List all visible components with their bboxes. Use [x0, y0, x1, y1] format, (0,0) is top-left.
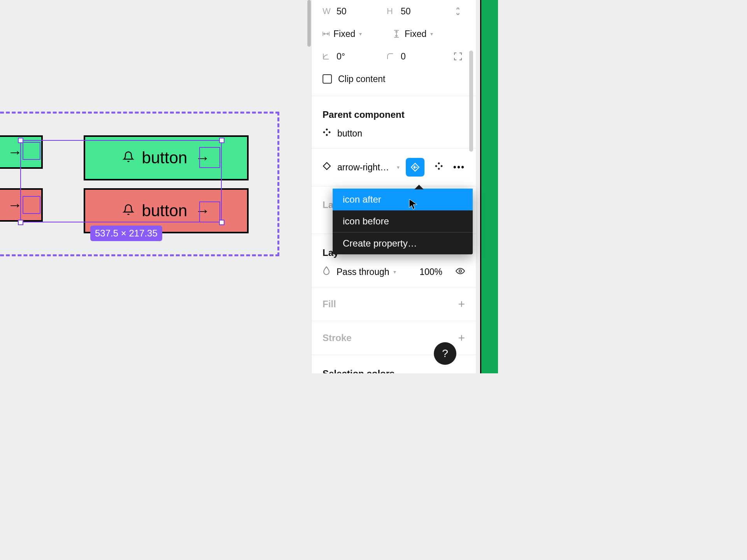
menu-item-create-property[interactable]: Create property…	[333, 233, 473, 254]
chevron-down-icon: ▾	[430, 31, 433, 37]
blend-mode-dropdown[interactable]: Pass through ▾	[337, 267, 413, 277]
stroke-title: Stroke	[323, 332, 352, 343]
selection-handle[interactable]	[18, 138, 23, 143]
canvas-scrollbar[interactable]	[307, 0, 311, 47]
menu-item-icon-before[interactable]: icon before	[333, 210, 473, 232]
selection-handle[interactable]	[219, 138, 224, 143]
layer-name: arrow-right …	[337, 162, 391, 173]
height-value[interactable]: 50	[401, 6, 411, 17]
selection-outline-icon	[23, 142, 40, 160]
parent-component-name: button	[337, 128, 465, 139]
size-row: W 50 H 50	[312, 0, 476, 23]
component-set-icon[interactable]	[435, 162, 443, 173]
horizontal-resize-icon	[323, 31, 330, 37]
properties-panel: W 50 H 50 Fixed ▾ Fixed ▾	[311, 0, 476, 373]
add-stroke-button[interactable]: +	[458, 331, 465, 345]
chevron-down-icon: ▾	[359, 31, 362, 37]
width-mode-dropdown[interactable]: Fixed ▾	[323, 29, 394, 39]
blend-mode-icon	[323, 266, 330, 278]
rotation-value[interactable]: 0°	[337, 51, 345, 62]
chevron-down-icon[interactable]: ▾	[397, 164, 400, 170]
height-label: H	[387, 6, 394, 16]
selection-handle[interactable]	[219, 220, 224, 225]
parent-component-title: Parent component	[312, 102, 476, 124]
chevron-down-icon: ▾	[393, 269, 396, 275]
vertical-resize-icon	[394, 30, 401, 38]
rotation-corner-row: 0° 0	[312, 45, 476, 68]
clip-content-checkbox[interactable]	[323, 74, 332, 84]
selection-outline-icon	[23, 196, 40, 214]
instance-swap-property-menu: icon after icon before Create property…	[333, 189, 473, 254]
component-icon	[323, 128, 331, 139]
fill-section: Fill +	[312, 293, 476, 315]
fill-title: Fill	[323, 299, 336, 310]
blend-row: Pass through ▾ 100%	[312, 262, 476, 282]
menu-item-icon-after[interactable]: icon after	[333, 189, 473, 210]
design-canvas[interactable]: on → button → on → button → 537.5 × 217.…	[0, 0, 310, 373]
selection-outline-icon	[199, 201, 220, 222]
parent-component-row[interactable]: button	[312, 124, 476, 143]
independent-corners-icon[interactable]	[451, 49, 465, 64]
angle-icon	[323, 53, 330, 60]
apply-instance-swap-button[interactable]	[406, 158, 424, 177]
green-strip	[480, 0, 498, 373]
panel-scrollbar[interactable]	[469, 51, 473, 152]
opacity-value[interactable]: 100%	[419, 267, 442, 277]
selection-dimensions-badge: 537.5 × 217.35	[90, 226, 162, 241]
resize-mode-row: Fixed ▾ Fixed ▾	[312, 23, 476, 45]
width-value[interactable]: 50	[337, 6, 347, 17]
instance-icon	[323, 162, 331, 173]
corner-value[interactable]: 0	[401, 51, 406, 62]
add-fill-button[interactable]: +	[458, 298, 465, 311]
cursor-icon	[409, 198, 418, 213]
link-dimensions-icon[interactable]	[451, 4, 465, 19]
selection-outline-icon	[199, 147, 220, 168]
visibility-icon[interactable]	[456, 267, 465, 277]
clip-content-row[interactable]: Clip content	[312, 68, 476, 90]
more-icon[interactable]: •••	[453, 162, 465, 173]
corner-radius-icon	[387, 53, 394, 60]
instance-layer-row[interactable]: arrow-right … ▾ •••	[312, 154, 476, 180]
selection-outline	[20, 140, 222, 222]
clip-content-label: Clip content	[338, 74, 385, 84]
selection-handle[interactable]	[18, 220, 23, 225]
width-label: W	[323, 6, 330, 16]
svg-point-0	[459, 270, 461, 272]
help-button[interactable]: ?	[434, 342, 456, 365]
height-mode-dropdown[interactable]: Fixed ▾	[394, 29, 465, 39]
